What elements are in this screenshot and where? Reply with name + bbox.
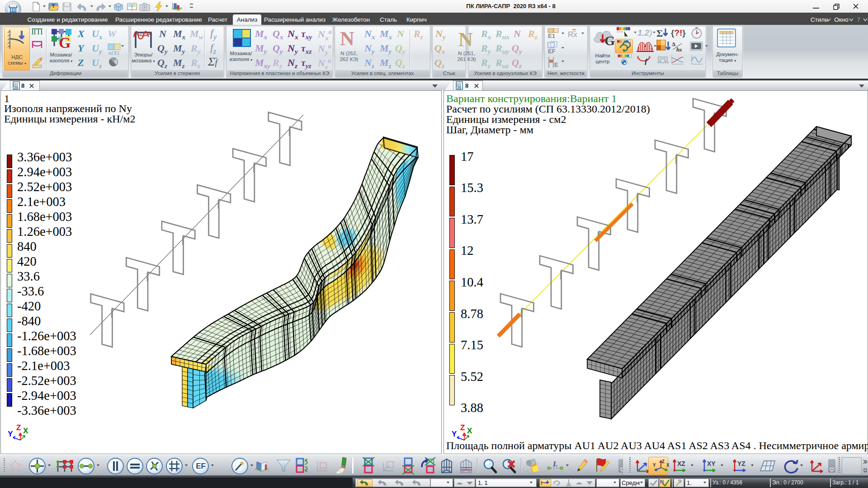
svg-text:L: L: [552, 460, 557, 468]
svg-text:EF: EF: [548, 48, 556, 55]
svg-text:XZ: XZ: [677, 460, 685, 467]
svg-text:20: 20: [14, 86, 18, 90]
svg-text:Z: Z: [662, 459, 665, 464]
svg-text:G: G: [604, 33, 615, 48]
svg-text:E1: E1: [548, 33, 555, 39]
svg-text:?: ?: [857, 17, 860, 23]
svg-text:hs: hs: [676, 46, 682, 52]
svg-text:E: E: [554, 61, 558, 68]
svg-text:f: f: [645, 58, 648, 65]
svg-text:20: 20: [457, 86, 461, 90]
svg-text:G: G: [59, 34, 71, 50]
svg-text:XY: XY: [707, 460, 716, 467]
svg-text:X: X: [666, 463, 669, 468]
svg-text:a(X): a(X): [108, 49, 119, 55]
svg-text:Σ: Σ: [656, 28, 663, 39]
svg-text:YZ: YZ: [737, 460, 745, 467]
svg-text:Y: Y: [653, 463, 656, 468]
svg-text:Δ: Δ: [672, 41, 675, 47]
